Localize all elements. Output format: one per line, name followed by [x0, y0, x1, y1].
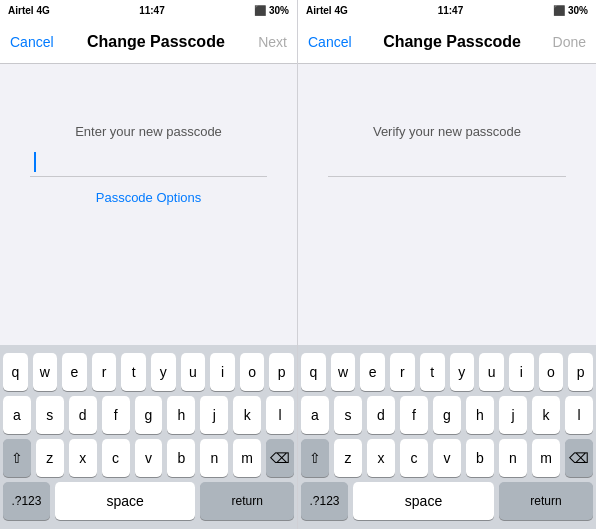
nav-title-1: Change Passcode: [87, 33, 225, 51]
key-q-1[interactable]: q: [3, 353, 28, 391]
keyboard-row3-1: ⇧ z x c v b n m ⌫: [3, 439, 294, 477]
key-o-1[interactable]: o: [240, 353, 265, 391]
status-left-2: Airtel 4G: [306, 5, 348, 16]
keyboard-row1-1: q w e r t y u i o p: [3, 353, 294, 391]
key-r-1[interactable]: r: [92, 353, 117, 391]
key-x-1[interactable]: x: [69, 439, 97, 477]
key-u-2[interactable]: u: [479, 353, 504, 391]
key-s-2[interactable]: s: [334, 396, 362, 434]
nav-title-2: Change Passcode: [383, 33, 521, 51]
key-l-1[interactable]: l: [266, 396, 294, 434]
key-s-1[interactable]: s: [36, 396, 64, 434]
key-f-2[interactable]: f: [400, 396, 428, 434]
key-d-2[interactable]: d: [367, 396, 395, 434]
key-z-1[interactable]: z: [36, 439, 64, 477]
key-h-2[interactable]: h: [466, 396, 494, 434]
passcode-input-2[interactable]: [328, 147, 566, 177]
keyboard-row2-1: a s d f g h j k l: [3, 396, 294, 434]
key-g-2[interactable]: g: [433, 396, 461, 434]
key-x-2[interactable]: x: [367, 439, 395, 477]
battery-icon-1: ⬛: [254, 5, 266, 16]
keyboard-2: q w e r t y u i o p a s d f g h j k l ⇧ …: [298, 345, 596, 529]
shift-key-1[interactable]: ⇧: [3, 439, 31, 477]
status-right-1: ⬛ 30%: [254, 5, 289, 16]
nav-bar-2: Cancel Change Passcode Done: [298, 20, 596, 64]
battery-pct-1: 30%: [269, 5, 289, 16]
key-j-2[interactable]: j: [499, 396, 527, 434]
key-m-1[interactable]: m: [233, 439, 261, 477]
key-a-1[interactable]: a: [3, 396, 31, 434]
key-e-1[interactable]: e: [62, 353, 87, 391]
key-b-1[interactable]: b: [167, 439, 195, 477]
key-i-1[interactable]: i: [210, 353, 235, 391]
passcode-options-1[interactable]: Passcode Options: [96, 190, 202, 205]
panel-verify-passcode: Airtel 4G 11:47 ⬛ 30% Cancel Change Pass…: [298, 0, 596, 529]
status-bar-2: Airtel 4G 11:47 ⬛ 30%: [298, 0, 596, 20]
panel-enter-passcode: Airtel 4G 11:47 ⬛ 30% Cancel Change Pass…: [0, 0, 298, 529]
key-g-1[interactable]: g: [135, 396, 163, 434]
done-button-2[interactable]: Done: [553, 34, 586, 50]
key-l-2[interactable]: l: [565, 396, 593, 434]
num-key-1[interactable]: .?123: [3, 482, 50, 520]
key-y-1[interactable]: y: [151, 353, 176, 391]
key-n-2[interactable]: n: [499, 439, 527, 477]
key-c-1[interactable]: c: [102, 439, 130, 477]
keyboard-1: q w e r t y u i o p a s d f g h j k l ⇧ …: [0, 345, 297, 529]
return-key-1[interactable]: return: [200, 482, 294, 520]
space-key-1[interactable]: space: [55, 482, 196, 520]
key-n-1[interactable]: n: [200, 439, 228, 477]
key-b-2[interactable]: b: [466, 439, 494, 477]
passcode-prompt-1: Enter your new passcode: [75, 124, 222, 139]
carrier-2: Airtel: [306, 5, 332, 16]
key-w-1[interactable]: w: [33, 353, 58, 391]
carrier-1: Airtel: [8, 5, 34, 16]
backspace-key-1[interactable]: ⌫: [266, 439, 294, 477]
key-t-2[interactable]: t: [420, 353, 445, 391]
key-h-1[interactable]: h: [167, 396, 195, 434]
keyboard-bottom-row-1: .?123 space return: [3, 482, 294, 520]
space-key-2[interactable]: space: [353, 482, 494, 520]
keyboard-row1-2: q w e r t y u i o p: [301, 353, 593, 391]
content-area-2: Verify your new passcode: [298, 64, 596, 345]
backspace-key-2[interactable]: ⌫: [565, 439, 593, 477]
network-2: 4G: [335, 5, 348, 16]
key-t-1[interactable]: t: [121, 353, 146, 391]
key-m-2[interactable]: m: [532, 439, 560, 477]
key-r-2[interactable]: r: [390, 353, 415, 391]
passcode-input-1[interactable]: [30, 147, 268, 177]
status-right-2: ⬛ 30%: [553, 5, 588, 16]
key-v-2[interactable]: v: [433, 439, 461, 477]
status-bar-1: Airtel 4G 11:47 ⬛ 30%: [0, 0, 297, 20]
key-w-2[interactable]: w: [331, 353, 356, 391]
network-1: 4G: [37, 5, 50, 16]
key-p-1[interactable]: p: [269, 353, 294, 391]
key-k-2[interactable]: k: [532, 396, 560, 434]
return-key-2[interactable]: return: [499, 482, 593, 520]
next-button-1[interactable]: Next: [258, 34, 287, 50]
key-i-2[interactable]: i: [509, 353, 534, 391]
key-c-2[interactable]: c: [400, 439, 428, 477]
key-o-2[interactable]: o: [539, 353, 564, 391]
key-f-1[interactable]: f: [102, 396, 130, 434]
key-v-1[interactable]: v: [135, 439, 163, 477]
key-a-2[interactable]: a: [301, 396, 329, 434]
key-e-2[interactable]: e: [360, 353, 385, 391]
battery-icon-2: ⬛: [553, 5, 565, 16]
content-area-1: Enter your new passcode Passcode Options: [0, 64, 297, 345]
shift-key-2[interactable]: ⇧: [301, 439, 329, 477]
num-key-2[interactable]: .?123: [301, 482, 348, 520]
keyboard-row2-2: a s d f g h j k l: [301, 396, 593, 434]
key-u-1[interactable]: u: [181, 353, 206, 391]
cancel-button-1[interactable]: Cancel: [10, 34, 54, 50]
key-j-1[interactable]: j: [200, 396, 228, 434]
cancel-button-2[interactable]: Cancel: [308, 34, 352, 50]
key-d-1[interactable]: d: [69, 396, 97, 434]
nav-bar-1: Cancel Change Passcode Next: [0, 20, 297, 64]
key-p-2[interactable]: p: [568, 353, 593, 391]
key-z-2[interactable]: z: [334, 439, 362, 477]
key-k-1[interactable]: k: [233, 396, 261, 434]
keyboard-bottom-row-2: .?123 space return: [301, 482, 593, 520]
key-q-2[interactable]: q: [301, 353, 326, 391]
key-y-2[interactable]: y: [450, 353, 475, 391]
passcode-prompt-2: Verify your new passcode: [373, 124, 521, 139]
